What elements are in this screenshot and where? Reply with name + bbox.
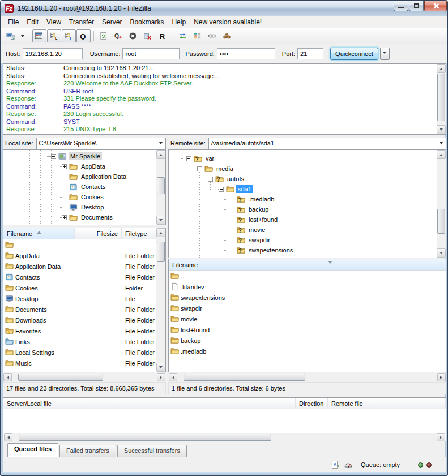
- local-list-hscrollbar[interactable]: [3, 373, 165, 381]
- file-row-lost-found[interactable]: lost+found: [169, 324, 446, 335]
- file-row-cookies[interactable]: CookiesFolder: [3, 282, 156, 293]
- minimize-button[interactable]: [394, 1, 408, 11]
- queue-hscrollbar[interactable]: [4, 433, 445, 441]
- tree-item-media[interactable]: media: [169, 164, 437, 174]
- tree-item-lost-found[interactable]: ?lost+found: [169, 215, 437, 225]
- reconnect-button[interactable]: R: [156, 29, 170, 42]
- toggle-local-tree-button[interactable]: L: [47, 29, 61, 42]
- column-header-remote-file[interactable]: Remote file: [328, 398, 446, 409]
- tree-expander[interactable]: [62, 215, 67, 220]
- scroll-left-button[interactable]: [3, 373, 12, 381]
- file-row-swapextensions[interactable]: swapextensions: [169, 292, 446, 303]
- file-row-movie[interactable]: movie: [169, 314, 446, 324]
- column-header-filename[interactable]: Filename: [169, 259, 446, 271]
- site-manager-button-dropdown[interactable]: [19, 29, 26, 42]
- password-input[interactable]: [217, 48, 275, 59]
- file-row-contacts[interactable]: ContactsFile Folder: [3, 272, 156, 282]
- scrollbar-thumb[interactable]: [184, 374, 305, 381]
- cancel-button[interactable]: [126, 29, 140, 42]
- search-button[interactable]: [220, 29, 234, 42]
- quickconnect-dropdown-button[interactable]: [380, 48, 390, 60]
- tree-item-var[interactable]: ?var: [169, 153, 437, 164]
- menu-edit[interactable]: Edit: [23, 17, 42, 27]
- file-row-mediadb[interactable]: .mediadb: [169, 346, 446, 357]
- tree-item-appdata[interactable]: AppData: [3, 161, 156, 171]
- tree-expander[interactable]: [51, 154, 56, 159]
- scrollbar-thumb[interactable]: [19, 434, 271, 441]
- scroll-down-button[interactable]: [437, 248, 446, 258]
- tree-item-swapdir[interactable]: ?swapdir: [169, 235, 437, 245]
- tree-item-dvd[interactable]: ?dvd: [169, 255, 437, 258]
- file-row-music[interactable]: MusicFile Folder: [3, 358, 156, 368]
- column-header-direction[interactable]: Direction: [296, 398, 328, 409]
- menu-server[interactable]: Server: [98, 17, 126, 27]
- disconnect-button[interactable]: [141, 29, 155, 42]
- menu-help[interactable]: Help: [168, 17, 190, 27]
- remote-tree-scrollbar[interactable]: [437, 150, 446, 258]
- tree-expander[interactable]: [197, 166, 202, 171]
- column-header-server-local-file[interactable]: Server/Local file: [3, 398, 296, 409]
- tree-item-cookies[interactable]: Cookies: [3, 192, 156, 202]
- tree-item-desktop[interactable]: Desktop: [3, 202, 156, 212]
- scrollbar-thumb[interactable]: [18, 374, 103, 381]
- process-queue-button[interactable]: Q: [112, 29, 126, 42]
- file-row-links[interactable]: LinksFile Folder: [3, 336, 156, 347]
- toggle-queue-button[interactable]: Q: [76, 29, 91, 42]
- tree-item-application-data[interactable]: Application Data: [3, 171, 156, 182]
- title-bar[interactable]: Fz 192.168.1.20 - root@192.168.1.20 - Fi…: [1, 1, 447, 16]
- tree-item-contacts[interactable]: Contacts: [3, 182, 156, 192]
- tree-expander[interactable]: [186, 156, 191, 161]
- menu-file[interactable]: File: [4, 17, 23, 27]
- tree-item-swapextensions[interactable]: ?swapextensions: [169, 245, 437, 255]
- file-row-local-settings[interactable]: Local SettingsFile Folder: [3, 347, 156, 358]
- filter-button[interactable]: [191, 29, 205, 42]
- tree-item-documents[interactable]: Documents: [3, 212, 156, 222]
- file-row-favorites[interactable]: FavoritesFile Folder: [3, 325, 156, 336]
- file-row-documents[interactable]: DocumentsFile Folder: [3, 304, 156, 315]
- refresh-button[interactable]: [97, 29, 111, 42]
- scroll-down-button[interactable]: [437, 125, 446, 134]
- remote-site-combo[interactable]: /var/media/autofs/sda1: [208, 138, 446, 149]
- scrollbar-thumb[interactable]: [437, 209, 445, 234]
- scroll-down-button[interactable]: [156, 363, 165, 372]
- close-button[interactable]: [424, 1, 447, 11]
- scroll-up-button[interactable]: [156, 228, 165, 237]
- tree-item-mediadb[interactable]: ?.mediadb: [169, 194, 437, 204]
- tab-failed-transfers[interactable]: Failed transfers: [59, 445, 116, 457]
- site-manager-button[interactable]: [4, 29, 18, 42]
- file-row-downloads[interactable]: DownloadsFile Folder: [3, 315, 156, 325]
- scroll-right-button[interactable]: [437, 373, 446, 381]
- local-site-combo[interactable]: C:\Users\Mr Sparkle\: [36, 138, 166, 149]
- column-header-filename[interactable]: Filename: [3, 228, 75, 239]
- scrollbar-thumb[interactable]: [157, 242, 165, 262]
- file-row-item[interactable]: ..: [3, 239, 156, 250]
- speed-limits-icon[interactable]: [344, 460, 353, 469]
- file-row-titandev[interactable]: .titandev: [169, 281, 446, 292]
- scroll-up-button[interactable]: [437, 64, 446, 73]
- scrollbar-thumb[interactable]: [437, 74, 445, 121]
- scroll-up-button[interactable]: [156, 150, 165, 159]
- tab-successful-transfers[interactable]: Successful transfers: [117, 445, 187, 457]
- scroll-right-button[interactable]: [437, 433, 445, 441]
- port-input[interactable]: [297, 48, 323, 59]
- tree-expander[interactable]: [62, 164, 67, 169]
- local-list-scrollbar[interactable]: [156, 228, 165, 372]
- menu-new-version-notice[interactable]: New version available!: [190, 17, 266, 27]
- directory-comparison-button[interactable]: [176, 29, 190, 42]
- tree-item-downloads[interactable]: Downloads: [3, 222, 156, 225]
- column-header-filetype[interactable]: Filetype: [122, 228, 156, 239]
- scroll-down-button[interactable]: [156, 216, 165, 225]
- tree-item-sda1[interactable]: sda1: [169, 184, 437, 194]
- resize-grip[interactable]: [438, 464, 445, 471]
- toggle-remote-tree-button[interactable]: F: [62, 29, 76, 42]
- synchronized-browsing-button[interactable]: [206, 29, 220, 42]
- file-row-desktop[interactable]: DesktopFile: [3, 293, 156, 304]
- file-row-swapdir[interactable]: swapdir: [169, 303, 446, 314]
- tree-item-movie[interactable]: ?movie: [169, 225, 437, 235]
- host-input[interactable]: [23, 48, 83, 59]
- file-row-backup[interactable]: backup: [169, 335, 446, 346]
- maximize-button[interactable]: [409, 1, 424, 11]
- file-row-application-data[interactable]: Application DataFile Folder: [3, 261, 156, 272]
- tree-item-mr-sparkle[interactable]: Mr Sparkle: [3, 151, 156, 161]
- scroll-up-button[interactable]: [437, 150, 446, 159]
